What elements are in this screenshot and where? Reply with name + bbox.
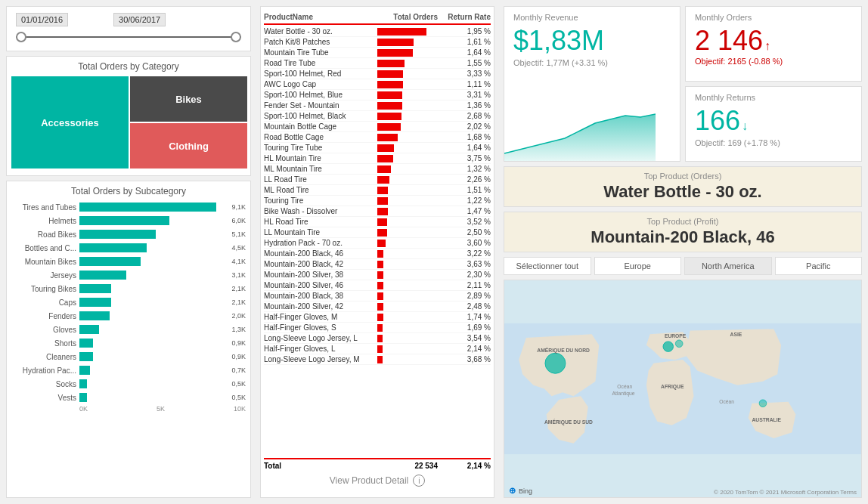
- table-row[interactable]: Patch Kit/8 Patches 1,61 %: [264, 37, 491, 48]
- table-row[interactable]: Half-Finger Gloves, M 1,74 %: [264, 312, 491, 323]
- cell-orders: [377, 165, 438, 173]
- bar-label: Socks: [11, 380, 79, 388]
- order-bar-fill: [377, 81, 403, 88]
- svg-text:Atlantique: Atlantique: [612, 391, 635, 397]
- orders-returns-col: Monthly Orders 2 146 ↑ Objectif: 2165 (-…: [685, 6, 862, 162]
- table-row[interactable]: Road Bottle Cage 1,68 %: [264, 132, 491, 143]
- bar-fill: [79, 311, 110, 320]
- table-row[interactable]: Mountain-200 Black, 38 2,89 %: [264, 291, 491, 301]
- table-row[interactable]: Long-Sleeve Logo Jersey, M 3,68 %: [264, 354, 491, 365]
- order-bar-fill: [377, 208, 388, 215]
- table-row[interactable]: Sport-100 Helmet, Black 2,68 %: [264, 111, 491, 122]
- subcategory-bar-row: Socks 0,5K: [11, 378, 246, 390]
- svg-text:AMÉRIQUE DU NORD: AMÉRIQUE DU NORD: [537, 347, 590, 354]
- subcategory-bar-chart: Tires and Tubes 9,1K Helmets 6,0K Road B…: [11, 201, 246, 404]
- region-tab-europe[interactable]: Europe: [594, 257, 682, 275]
- bar-fill: [79, 325, 99, 334]
- bar-container: [79, 298, 229, 307]
- date-slider[interactable]: [16, 29, 241, 45]
- order-bar-fill: [377, 229, 387, 237]
- cell-return-rate: 2,68 %: [438, 112, 491, 120]
- bar-value: 2,0K: [231, 312, 246, 320]
- bar-label: Caps: [11, 298, 79, 307]
- bar-container: [79, 311, 229, 320]
- info-icon[interactable]: i: [413, 475, 425, 487]
- table-row[interactable]: Half-Finger Gloves, L 2,14 %: [264, 344, 491, 354]
- table-row[interactable]: Mountain-200 Black, 42 3,63 %: [264, 259, 491, 270]
- table-row[interactable]: AWC Logo Cap 1,11 %: [264, 79, 491, 90]
- table-row[interactable]: Mountain-200 Silver, 42 2,48 %: [264, 301, 491, 312]
- order-bar-fill: [377, 240, 386, 247]
- order-bar-fill: [377, 187, 388, 194]
- table-row[interactable]: Water Bottle - 30 oz. 1,95 %: [264, 26, 491, 37]
- view-product-detail[interactable]: View Product Detail i: [264, 470, 491, 491]
- bar-fill: [79, 230, 156, 239]
- order-bar-fill: [377, 49, 413, 57]
- order-bar-fill: [377, 39, 414, 46]
- cell-return-rate: 1,32 %: [438, 165, 491, 173]
- bar-value: 1,3K: [231, 326, 246, 333]
- table-row[interactable]: Long-Sleeve Logo Jersey, L 3,54 %: [264, 333, 491, 344]
- bar-label: Hydration Pac...: [11, 366, 79, 375]
- table-row[interactable]: Mountain Tire Tube 1,64 %: [264, 48, 491, 58]
- table-row[interactable]: Fender Set - Mountain 1,36 %: [264, 100, 491, 111]
- bar-fill: [79, 271, 126, 280]
- table-row[interactable]: Sport-100 Helmet, Red 3,33 %: [264, 69, 491, 79]
- cell-product-name: Fender Set - Mountain: [264, 101, 377, 110]
- bar-fill: [79, 203, 216, 212]
- bar-fill: [79, 257, 141, 266]
- cell-product-name: Sport-100 Helmet, Red: [264, 70, 377, 78]
- table-row[interactable]: Touring Tire 1,22 %: [264, 196, 491, 206]
- table-row[interactable]: LL Road Tire 2,26 %: [264, 175, 491, 185]
- region-tab-pacific[interactable]: Pacific: [775, 257, 863, 275]
- cell-product-name: AWC Logo Cap: [264, 80, 377, 88]
- table-body[interactable]: Water Bottle - 30 oz. 1,95 % Patch Kit/8…: [264, 26, 491, 456]
- region-tab-sélectionner-tout[interactable]: Sélectionner tout: [504, 257, 591, 275]
- table-row[interactable]: LL Mountain Tire 2,50 %: [264, 227, 491, 238]
- cell-orders: [377, 70, 438, 78]
- bar-label: Cleaners: [11, 353, 79, 361]
- order-bar-fill: [377, 250, 383, 258]
- order-bar-fill: [377, 261, 383, 268]
- table-row[interactable]: Mountain-200 Silver, 46 2,11 %: [264, 280, 491, 291]
- cell-orders: [377, 187, 438, 194]
- order-bar-fill: [377, 165, 391, 173]
- table-row[interactable]: Road Tire Tube 1,55 %: [264, 58, 491, 69]
- table-row[interactable]: ML Mountain Tire 1,32 %: [264, 164, 491, 175]
- date-end[interactable]: 30/06/2017: [113, 13, 166, 26]
- monthly-revenue-label: Monthly Revenue: [513, 13, 671, 22]
- subcategory-bar-row: Fenders 2,0K: [11, 310, 246, 322]
- order-bar-fill: [377, 292, 383, 300]
- table-row[interactable]: HL Mountain Tire 3,75 %: [264, 153, 491, 164]
- cell-orders: [377, 113, 438, 120]
- table-row[interactable]: Hydration Pack - 70 oz. 3,60 %: [264, 238, 491, 249]
- table-row[interactable]: Touring Tire Tube 1,64 %: [264, 143, 491, 153]
- region-tab-north-america[interactable]: North America: [684, 257, 772, 275]
- table-row[interactable]: Mountain-200 Silver, 38 2,30 %: [264, 270, 491, 280]
- treemap-clothing[interactable]: Clothing: [130, 123, 247, 169]
- table-row[interactable]: Sport-100 Helmet, Blue 3,31 %: [264, 90, 491, 100]
- table-row[interactable]: HL Road Tire 3,52 %: [264, 217, 491, 227]
- table-row[interactable]: ML Road Tire 1,51 %: [264, 185, 491, 196]
- subcategory-bar-row: Vests 0,5K: [11, 391, 246, 404]
- top-product-orders-box: Top Product (Orders) Water Bottle - 30 o…: [504, 166, 862, 207]
- cell-product-name: ML Road Tire: [264, 186, 377, 194]
- cell-product-name: Touring Tire Tube: [264, 144, 377, 152]
- bar-container: [79, 339, 229, 348]
- table-row[interactable]: Mountain-200 Black, 46 3,22 %: [264, 249, 491, 259]
- table-row[interactable]: Bike Wash - Dissolver 1,47 %: [264, 206, 491, 217]
- bar-value: 4,1K: [231, 258, 246, 265]
- treemap-accessories[interactable]: Accessories: [11, 76, 129, 169]
- bar-container: [79, 325, 229, 334]
- table-row[interactable]: Mountain Bottle Cage 2,02 %: [264, 122, 491, 132]
- header-total-orders: Total Orders: [377, 13, 438, 21]
- table-row[interactable]: Half-Finger Gloves, S 1,69 %: [264, 323, 491, 333]
- svg-text:AFRIQUE: AFRIQUE: [661, 385, 684, 391]
- date-start[interactable]: 01/01/2016: [16, 13, 68, 26]
- monthly-returns-card: Monthly Returns 166 ↓ Objectif: 169 (+1.…: [685, 86, 862, 162]
- bar-container: [79, 216, 229, 225]
- treemap-bikes[interactable]: Bikes: [130, 76, 247, 122]
- bar-container: [79, 271, 229, 280]
- cell-product-name: Mountain Tire Tube: [264, 48, 377, 57]
- cell-orders: [377, 250, 438, 258]
